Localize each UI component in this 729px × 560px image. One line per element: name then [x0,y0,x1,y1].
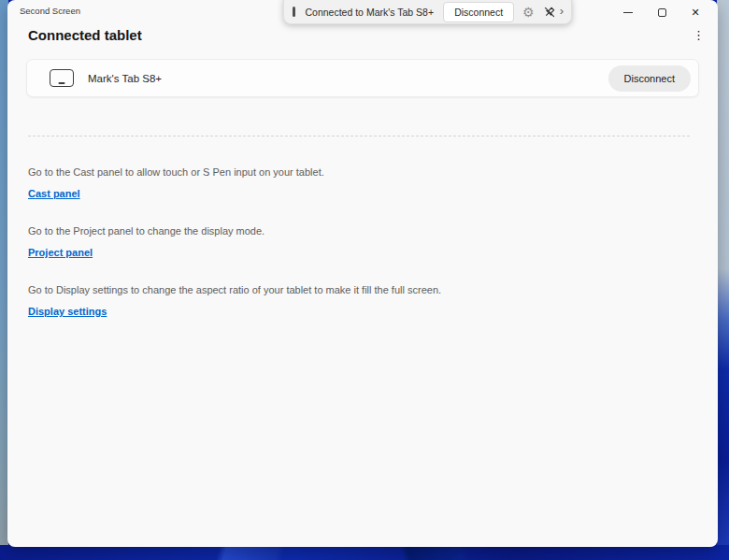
maximize-button[interactable] [645,0,679,24]
connected-device-card: Mark's Tab S8+ Disconnect [26,59,699,97]
minimize-icon [623,12,633,13]
connection-toolbar[interactable]: Connected to Mark's Tab S8+ Disconnect ⚙… [283,0,572,24]
close-icon: ✕ [691,7,699,18]
project-panel-description: Go to the Project panel to change the di… [28,224,682,237]
drag-handle[interactable] [293,7,295,17]
cast-panel-section: Go to the Cast panel to allow touch or S… [28,165,682,201]
maximize-icon [658,8,666,17]
toolbar-disconnect-button[interactable]: Disconnect [443,2,514,22]
device-name: Mark's Tab S8+ [88,73,162,84]
tablet-icon [50,69,74,87]
project-panel-section: Go to the Project panel to change the di… [28,224,682,260]
display-settings-link[interactable]: Display settings [28,306,107,317]
help-sections: Go to the Cast panel to allow touch or S… [28,165,682,342]
second-screen-window: Second Screen ✕ ⋮ Connected tablet Mark'… [7,0,718,547]
minimize-button[interactable] [611,0,645,24]
cast-panel-link[interactable]: Cast panel [28,188,80,199]
tablet-icon-homebar [59,82,65,84]
close-button[interactable]: ✕ [679,0,712,24]
settings-gear-icon[interactable]: ⚙ [522,6,535,19]
chevron-right-icon[interactable]: › [560,5,564,19]
project-panel-link[interactable]: Project panel [28,247,93,258]
dashed-divider [28,136,692,136]
wallpaper-bottom-strip [0,545,729,560]
unpin-icon[interactable] [543,6,556,19]
display-settings-description: Go to Display settings to change the asp… [28,283,682,296]
connection-status-text: Connected to Mark's Tab S8+ [306,7,435,18]
page-title: Connected tablet [28,27,142,43]
window-controls: ✕ [611,0,712,24]
unpin-icon-svg [543,6,556,19]
disconnect-button[interactable]: Disconnect [608,65,691,92]
more-menu-button[interactable]: ⋮ [693,28,705,42]
cast-panel-description: Go to the Cast panel to allow touch or S… [28,165,682,179]
wallpaper-right-strip [717,0,729,560]
app-title: Second Screen [20,6,80,16]
display-settings-section: Go to Display settings to change the asp… [28,283,682,319]
